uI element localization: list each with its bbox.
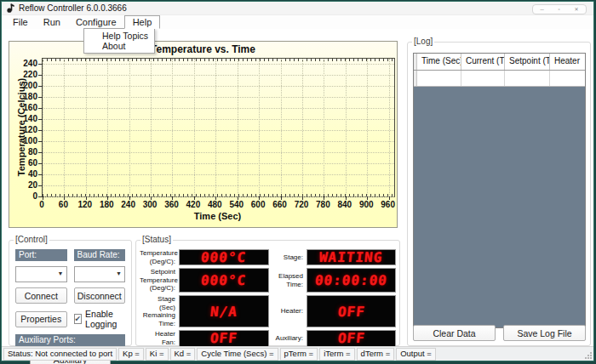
gridline-v (215, 59, 216, 196)
elapsed-time-label: Elapsed Time: (271, 268, 305, 293)
status-output: Output = (396, 348, 436, 361)
heater-fan-display: OFF (179, 330, 269, 346)
col-heater[interactable]: Heater (550, 54, 585, 70)
x-tick-label: 840 (337, 200, 352, 209)
y-tick-label: 220 (9, 70, 37, 79)
gridline-v (151, 59, 152, 196)
x-tick-label: 180 (100, 200, 114, 209)
status-kp: Kp = (118, 348, 144, 361)
menu-item-about[interactable]: About (84, 41, 154, 51)
menu-help[interactable]: Help (124, 15, 161, 29)
gridline-h (43, 185, 394, 186)
gridline-v (43, 59, 43, 196)
gridline-h (43, 86, 394, 87)
resize-grip-icon[interactable] (585, 352, 592, 359)
chevron-down-icon: ▼ (116, 270, 122, 276)
check-icon: ✔ (75, 315, 82, 323)
heater-display: OFF (307, 295, 396, 327)
port-select[interactable]: ▼ (15, 266, 67, 282)
x-tick-label: 660 (272, 200, 287, 209)
window-controls: ─ ▫ ✕ (532, 4, 587, 14)
x-tick-label: 60 (59, 200, 68, 209)
temperature-display: 000°C (179, 249, 269, 265)
menu-configure[interactable]: Configure (68, 15, 124, 29)
status-group-label: [Status] (140, 236, 173, 244)
enable-logging-checkbox[interactable]: ✔ Enable Logging (74, 309, 126, 329)
gridline-v (324, 59, 324, 196)
enable-logging-label: Enable Logging (85, 309, 125, 329)
gridline-v (129, 59, 130, 196)
stage-remaining-time-label: Stage (Sec) Remaining Time: (140, 295, 177, 327)
setpoint-temperature-label: Setpoint Temperature (Deg/C): (140, 268, 177, 293)
status-cycle-time: Cycle Time (Secs) = (197, 348, 278, 361)
baud-rate-select[interactable]: ▼ (74, 266, 126, 282)
properties-button[interactable]: Properties (15, 311, 67, 327)
x-tick-label: 480 (208, 200, 222, 209)
x-tick-label: 780 (316, 200, 330, 209)
x-tick-label: 300 (143, 200, 158, 209)
disconnect-button[interactable]: Disconnect (74, 287, 126, 304)
gridline-v (64, 59, 65, 196)
menu-file[interactable]: File (5, 15, 36, 29)
y-tick-label: 60 (9, 158, 37, 168)
chart-x-axis-label: Time (Sec) (42, 211, 393, 221)
port-header: Port: (15, 249, 67, 261)
connect-button[interactable]: Connect (15, 287, 67, 304)
y-tick-label: 40 (9, 169, 37, 179)
x-tick-label: 240 (121, 200, 135, 209)
col-current[interactable]: Current (T) (461, 54, 505, 70)
gridline-v (238, 59, 238, 196)
col-setpoint[interactable]: Setpoint (T) (505, 54, 550, 70)
y-tick-label: 0 (9, 191, 37, 201)
cell (550, 71, 585, 86)
auxiliary-ports-header: Auxiliary Ports: (15, 334, 125, 346)
window-title: Reflow Controller 6.0.0.3666 (19, 3, 127, 13)
gridline-v (346, 59, 347, 196)
y-tick-label: 100 (9, 136, 37, 145)
clear-data-button[interactable]: Clear Data (413, 325, 496, 341)
minimize-icon[interactable]: ─ (540, 7, 543, 12)
status-dterm: dTerm = (357, 348, 395, 361)
log-group-label: [Log] (412, 37, 434, 46)
x-tick-label: 420 (186, 200, 201, 209)
gridline-v (107, 59, 108, 196)
checkbox-box[interactable]: ✔ (74, 314, 83, 324)
cell (505, 71, 550, 86)
stage-label: Stage: (271, 249, 305, 265)
status-pterm: pTerm = (280, 348, 318, 361)
x-tick-label: 960 (381, 200, 395, 209)
col-time[interactable]: Time (Sec) (417, 54, 461, 70)
chart-title: Temperature vs. Time (9, 43, 397, 55)
menu-run[interactable]: Run (36, 15, 68, 29)
x-tick-label: 600 (251, 200, 266, 209)
cell (461, 71, 505, 86)
close-icon[interactable]: ✕ (575, 7, 579, 12)
y-tick-label: 240 (9, 59, 37, 68)
x-tick-label: 0 (39, 200, 44, 209)
x-tick-label: 120 (77, 200, 92, 209)
help-dropdown-menu: Help Topics About (83, 28, 155, 54)
gridline-h (43, 108, 394, 109)
cell (417, 71, 461, 86)
y-tick-label: 160 (9, 103, 37, 112)
status-group: [Status] Temperature (Deg/C): 000°C Stag… (135, 240, 400, 346)
stage-display: WAITING (307, 249, 396, 265)
menu-item-help-topics[interactable]: Help Topics (84, 31, 154, 41)
chevron-down-icon: ▼ (58, 270, 64, 276)
baud-rate-header: Baud Rate: (74, 249, 126, 261)
maximize-icon[interactable]: ▫ (559, 7, 560, 12)
x-tick-label: 720 (295, 200, 309, 209)
log-table-header: Time (Sec) Current (T) Setpoint (T) Heat… (414, 54, 585, 71)
temperature-chart: Temperature vs. Time Temperature (Celciu… (9, 41, 398, 228)
gridline-h (43, 141, 394, 142)
status-kd: Kd = (170, 348, 196, 361)
save-log-file-button[interactable]: Save Log File (503, 325, 586, 341)
x-tick-label: 540 (229, 200, 244, 209)
gridline-h (43, 64, 394, 65)
y-tick-label: 180 (9, 92, 37, 101)
gridline-h (43, 163, 394, 164)
table-row[interactable] (414, 71, 585, 87)
y-tick-label: 200 (9, 81, 37, 90)
app-icon (7, 3, 14, 13)
gridline-v (172, 59, 173, 196)
